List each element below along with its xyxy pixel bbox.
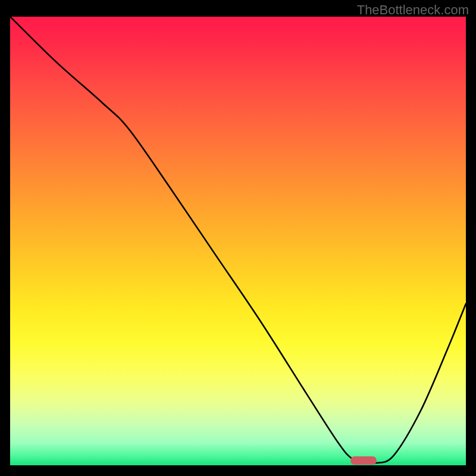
watermark-text: TheBottleneck.com	[357, 2, 469, 18]
plot-area	[10, 17, 466, 465]
bottleneck-curve	[10, 17, 466, 465]
optimum-marker	[350, 456, 377, 465]
